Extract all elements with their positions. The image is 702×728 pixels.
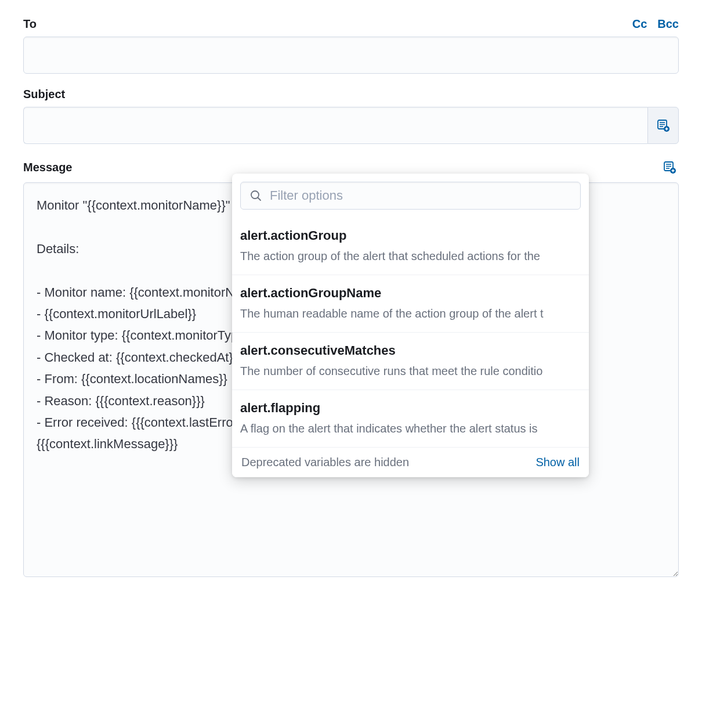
filter-box	[232, 174, 589, 218]
message-container: alert.actionGroup The action group of th…	[23, 182, 679, 579]
subject-field-group: Subject	[23, 88, 679, 144]
to-field-header: To Cc Bcc	[23, 17, 679, 31]
option-title: alert.flapping	[240, 401, 581, 416]
option-desc: A flag on the alert that indicates wheth…	[240, 420, 581, 437]
to-field-group: To Cc Bcc	[23, 17, 679, 74]
cc-bcc-links: Cc Bcc	[632, 17, 679, 31]
option-item[interactable]: alert.consecutiveMatches The number of c…	[232, 332, 589, 390]
message-label: Message	[23, 161, 73, 174]
svg-line-15	[258, 198, 261, 201]
to-input[interactable]	[23, 37, 679, 74]
option-desc: The number of consecutive runs that meet…	[240, 363, 581, 379]
to-label: To	[23, 17, 37, 31]
message-field-group: Message	[23, 158, 679, 579]
search-icon	[249, 189, 263, 203]
option-desc: The human readable name of the action gr…	[240, 305, 581, 322]
subject-row	[23, 107, 679, 144]
option-item[interactable]: alert.flapping A flag on the alert that …	[232, 390, 589, 447]
option-item[interactable]: alert.actionGroupName The human readable…	[232, 275, 589, 332]
show-all-link[interactable]: Show all	[535, 456, 580, 469]
email-form: To Cc Bcc Subject	[23, 17, 679, 579]
add-variable-icon	[663, 160, 676, 174]
option-title: alert.actionGroup	[240, 228, 581, 243]
subject-variable-button[interactable]	[647, 107, 679, 144]
subject-label: Subject	[23, 88, 65, 101]
deprecated-note: Deprecated variables are hidden	[241, 456, 409, 469]
bcc-link[interactable]: Bcc	[657, 17, 679, 31]
variable-popover: alert.actionGroup The action group of th…	[232, 174, 589, 477]
message-variable-button[interactable]	[660, 158, 679, 176]
options-list[interactable]: alert.actionGroup The action group of th…	[232, 218, 589, 447]
add-variable-icon	[656, 118, 670, 132]
option-desc: The action group of the alert that sched…	[240, 248, 581, 264]
cc-link[interactable]: Cc	[632, 17, 647, 31]
filter-input[interactable]	[270, 188, 572, 203]
popover-footer: Deprecated variables are hidden Show all	[232, 447, 589, 477]
option-title: alert.actionGroupName	[240, 286, 581, 301]
option-title: alert.consecutiveMatches	[240, 343, 581, 358]
filter-input-wrapper	[240, 182, 581, 210]
subject-input[interactable]	[23, 107, 647, 144]
option-item[interactable]: alert.actionGroup The action group of th…	[232, 218, 589, 275]
subject-field-header: Subject	[23, 88, 679, 101]
